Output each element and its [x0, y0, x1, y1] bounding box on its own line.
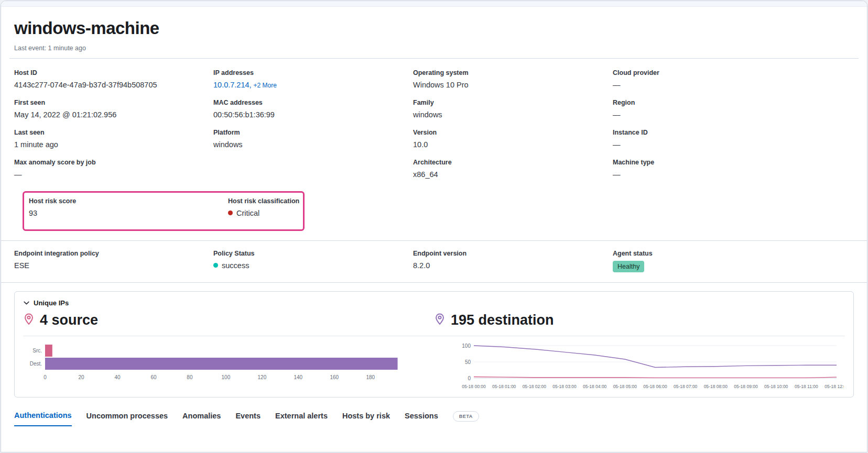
svg-text:180: 180: [366, 374, 375, 380]
field-version: Version 10.0: [413, 129, 613, 150]
page-header: windows-machine Last event: 1 minute ago: [1, 7, 867, 58]
field-value: 10.0: [413, 140, 613, 150]
svg-text:05-18 00:00: 05-18 00:00: [462, 384, 486, 389]
field-value: —: [613, 110, 854, 120]
field-host-id: Host ID 4143c277-074e-47a9-b37d-37f94b50…: [14, 69, 213, 90]
svg-text:05-18 12:00: 05-18 12:00: [824, 384, 844, 389]
source-map-pin-icon: [23, 313, 35, 328]
svg-text:05-18 04:00: 05-18 04:00: [583, 384, 607, 389]
field-endpoint-version: Endpoint version 8.2.0: [413, 250, 613, 272]
ip-address-link[interactable]: 10.0.7.214,: [213, 81, 252, 89]
field-label: Agent status: [613, 250, 854, 257]
field-value: —: [613, 80, 854, 90]
tab-anomalies[interactable]: Anomalies: [182, 412, 221, 426]
field-label: Region: [613, 99, 854, 106]
field-agent-status: Agent status Healthy: [613, 250, 854, 272]
field-value: x86_64: [413, 170, 613, 180]
tab-hosts-by-risk[interactable]: Hosts by risk: [342, 412, 390, 426]
field-policy-status: Policy Status success: [213, 250, 413, 272]
field-label: Host risk classification: [228, 197, 303, 205]
field-value: ESE: [14, 261, 213, 271]
field-value: Critical: [236, 209, 259, 217]
field-label: Architecture: [413, 159, 613, 166]
field-value: 1 minute ago: [14, 140, 213, 150]
field-label: IP addresses: [213, 69, 413, 76]
field-host-risk-classification: Host risk classification Critical: [228, 197, 303, 218]
unique-ips-card: Unique IPs 4 source 195 destination Src.…: [14, 291, 854, 397]
unique-ips-collapse-toggle[interactable]: Unique IPs: [23, 299, 845, 307]
field-value: success: [222, 261, 249, 270]
field-label: MAC addresses: [213, 99, 413, 106]
field-label: Max anomaly score by job: [14, 159, 213, 166]
svg-text:160: 160: [330, 374, 339, 380]
window-top-strip: [1, 1, 867, 7]
field-value: May 14, 2022 @ 01:21:02.956: [14, 110, 213, 120]
overview-column-2: IP addresses 10.0.7.214,+2 More MAC addr…: [213, 69, 413, 188]
field-label: Platform: [213, 129, 413, 136]
field-ip-addresses: IP addresses 10.0.7.214,+2 More: [213, 69, 413, 90]
field-endpoint-policy: Endpoint integration policy ESE: [14, 250, 213, 272]
tab-external-alerts[interactable]: External alerts: [275, 412, 328, 426]
svg-text:80: 80: [187, 374, 193, 380]
tab-events[interactable]: Events: [235, 412, 261, 426]
field-value: Windows 10 Pro: [413, 80, 613, 90]
field-label: First seen: [14, 99, 213, 106]
svg-text:120: 120: [258, 374, 267, 380]
field-last-seen: Last seen 1 minute ago: [14, 129, 213, 150]
endpoint-section: Endpoint integration policy ESE Policy S…: [1, 240, 867, 283]
host-risk-highlight-box: Host risk score 93 Host risk classificat…: [23, 191, 305, 231]
svg-text:05-18 02:00: 05-18 02:00: [523, 384, 547, 389]
overview-column-1: Host ID 4143c277-074e-47a9-b37d-37f94b50…: [14, 69, 213, 188]
field-label: Version: [413, 129, 613, 136]
field-label: Endpoint integration policy: [14, 250, 213, 257]
tab-sessions[interactable]: Sessions: [405, 412, 438, 426]
host-details-tabs: Authentications Uncommon processes Anoma…: [14, 411, 854, 426]
field-first-seen: First seen May 14, 2022 @ 01:21:02.956: [14, 99, 213, 120]
field-label: Instance ID: [613, 129, 854, 136]
tab-uncommon-processes[interactable]: Uncommon processes: [86, 412, 168, 426]
svg-text:100: 100: [462, 343, 471, 349]
svg-text:50: 50: [465, 359, 471, 365]
field-value: 93: [29, 208, 228, 218]
svg-text:05-18 05:00: 05-18 05:00: [613, 384, 637, 389]
svg-text:Src.: Src.: [32, 348, 42, 353]
field-label: Endpoint version: [413, 250, 613, 257]
svg-text:05-18 03:00: 05-18 03:00: [552, 384, 577, 389]
beta-badge: BETA: [453, 411, 479, 422]
field-region: Region —: [613, 99, 854, 120]
svg-text:05-18 07:00: 05-18 07:00: [674, 384, 698, 389]
svg-text:05-18 08:00: 05-18 08:00: [704, 384, 728, 389]
field-value: 00:50:56:b1:36:99: [213, 110, 413, 120]
field-operating-system: Operating system Windows 10 Pro: [413, 69, 613, 90]
unique-ips-title: Unique IPs: [34, 299, 69, 307]
field-value: 4143c277-074e-47a9-b37d-37f94b508705: [14, 80, 213, 90]
svg-text:0: 0: [44, 374, 47, 380]
field-value: windows: [413, 110, 613, 120]
field-instance-id: Instance ID —: [613, 129, 854, 150]
destination-map-pin-icon: [434, 313, 446, 328]
svg-text:140: 140: [294, 374, 303, 380]
source-heading-group: 4 source: [23, 312, 434, 328]
field-value: —: [14, 170, 213, 180]
field-cloud-provider: Cloud provider —: [613, 69, 854, 90]
field-label: Last seen: [14, 129, 213, 136]
overview-column-4: Cloud provider — Region — Instance ID — …: [613, 69, 854, 188]
svg-text:Dest.: Dest.: [30, 361, 42, 367]
field-architecture: Architecture x86_64: [413, 159, 613, 180]
host-details-page: windows-machine Last event: 1 minute ago…: [1, 1, 867, 452]
unique-ips-bar-chart: Src.Dest.020406080100120140160180: [24, 341, 405, 392]
svg-text:20: 20: [78, 374, 84, 380]
last-event-text: Last event: 1 minute ago: [14, 45, 854, 52]
agent-status-badge: Healthy: [613, 261, 644, 272]
field-machine-type: Machine type —: [613, 159, 854, 180]
tab-authentications[interactable]: Authentications: [14, 411, 72, 426]
field-label: Host risk score: [29, 197, 228, 205]
unique-ips-divider: [23, 336, 845, 336]
ip-more-link[interactable]: +2 More: [254, 82, 277, 89]
svg-text:0: 0: [468, 375, 471, 381]
field-label: Host ID: [14, 69, 213, 76]
host-overview-section: Host ID 4143c277-074e-47a9-b37d-37f94b50…: [1, 59, 867, 231]
overview-column-3: Operating system Windows 10 Pro Family w…: [413, 69, 613, 188]
field-label: Family: [413, 99, 613, 106]
destination-count-heading: 195 destination: [451, 312, 554, 328]
